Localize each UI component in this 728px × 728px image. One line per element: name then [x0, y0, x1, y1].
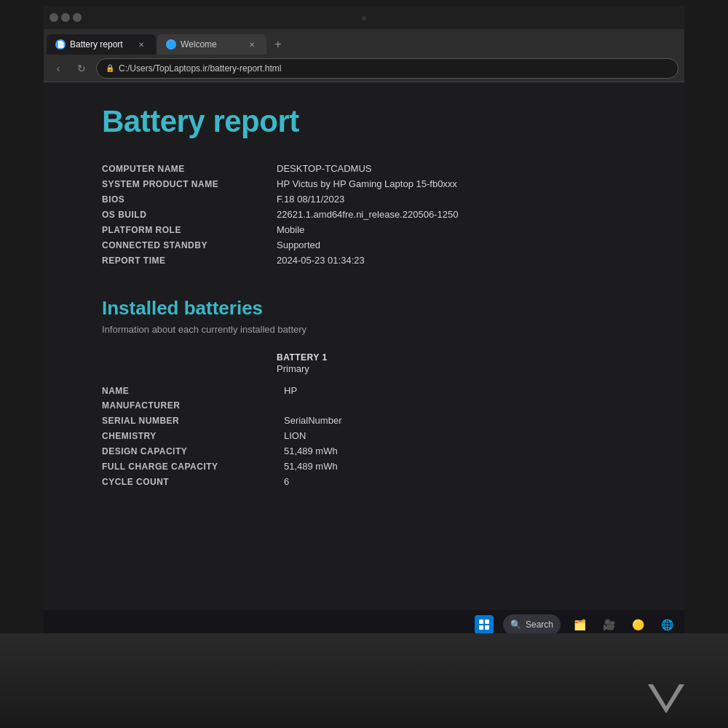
tab-close-welcome[interactable]: ✕ [246, 39, 258, 50]
minimize-btn[interactable] [61, 13, 70, 22]
battery-row-serial: SERIAL NUMBER SerialNumber [102, 413, 626, 428]
label-product-name: SYSTEM PRODUCT NAME [102, 179, 262, 189]
battery-row-design-capacity: DESIGN CAPACITY 51,489 mWh [102, 443, 626, 459]
label-computer-name: COMPUTER NAME [102, 164, 262, 174]
info-row-product-name: SYSTEM PRODUCT NAME HP Victus by HP Gami… [102, 176, 626, 191]
search-label: Search [526, 620, 553, 630]
url-bar[interactable]: 🔒 C:/Users/TopLaptops.ir/battery-report.… [96, 58, 678, 79]
battery-row-name: NAME HP [102, 383, 626, 398]
tab-label-battery: Battery report [70, 39, 123, 50]
battery-value-name: HP [277, 385, 297, 396]
lock-icon: 🔒 [106, 64, 114, 72]
laptop-frame: 📄 Battery report ✕ 🌐 Welcome ✕ + ‹ ↻ 🔒 C… [0, 0, 728, 728]
battery-label-chemistry: CHEMISTRY [102, 431, 277, 441]
value-bios: F.18 08/11/2023 [262, 194, 344, 205]
tab-battery-report[interactable]: 📄 Battery report ✕ [47, 34, 156, 55]
battery-col-sub: Primary [277, 363, 626, 374]
battery-value-full-charge: 51,489 mWh [277, 461, 338, 472]
value-computer-name: DESKTOP-TCADMUS [262, 163, 372, 174]
battery-label-cycle-count: CYCLE COUNT [102, 477, 277, 487]
tab-label-welcome: Welcome [181, 39, 217, 50]
victus-logo [644, 681, 688, 717]
taskbar-store-icon[interactable]: 🟡 [628, 614, 648, 635]
info-row-report-time: REPORT TIME 2024-05-23 01:34:23 [102, 253, 626, 268]
laptop-bottom-bezel [0, 633, 728, 728]
battery-label-full-charge: FULL CHARGE CAPACITY [102, 462, 277, 472]
battery-row-chemistry: CHEMISTRY LION [102, 428, 626, 443]
battery-data-col: BATTERY 1 Primary [277, 352, 626, 374]
taskbar-zoom-icon[interactable]: 🎥 [598, 614, 619, 635]
url-text: C:/Users/TopLaptops.ir/battery-report.ht… [119, 63, 281, 74]
battery-value-serial: SerialNumber [277, 415, 341, 426]
system-info-table: COMPUTER NAME DESKTOP-TCADMUS SYSTEM PRO… [102, 161, 626, 268]
section-subtitle-batteries: Information about each currently install… [102, 324, 626, 335]
installed-batteries-section: Installed batteries Information about ea… [102, 297, 626, 489]
new-tab-button[interactable]: + [268, 34, 288, 55]
battery-row-cycle-count: CYCLE COUNT 6 [102, 474, 626, 489]
close-btn[interactable] [50, 13, 58, 22]
section-title-batteries: Installed batteries [102, 297, 626, 320]
tab-icon-welcome: 🌐 [166, 39, 176, 50]
windows-logo-icon [479, 620, 489, 630]
battery-label-name: NAME [102, 386, 277, 396]
info-row-connected-standby: CONNECTED STANDBY Supported [102, 237, 626, 253]
value-connected-standby: Supported [262, 240, 320, 250]
info-row-computer-name: COMPUTER NAME DESKTOP-TCADMUS [102, 161, 626, 176]
battery-row-full-charge: FULL CHARGE CAPACITY 51,489 mWh [102, 459, 626, 474]
tab-close-battery[interactable]: ✕ [135, 39, 147, 50]
taskbar-files-icon[interactable]: 🗂️ [569, 614, 590, 635]
camera [362, 16, 366, 20]
label-platform-role: PLATFORM ROLE [102, 225, 262, 235]
back-button[interactable]: ‹ [50, 60, 67, 77]
battery-col-header: BATTERY 1 [277, 352, 626, 363]
browser-screen: 📄 Battery report ✕ 🌐 Welcome ✕ + ‹ ↻ 🔒 C… [44, 6, 684, 639]
maximize-btn[interactable] [73, 13, 82, 22]
tab-bar: 📄 Battery report ✕ 🌐 Welcome ✕ + [44, 29, 684, 55]
svg-marker-0 [648, 684, 684, 713]
info-row-bios: BIOS F.18 08/11/2023 [102, 191, 626, 207]
battery-row-manufacturer: MANUFACTURER [102, 398, 626, 413]
tab-welcome[interactable]: 🌐 Welcome ✕ [157, 34, 266, 55]
info-row-os-build: OS BUILD 22621.1.amd64fre.ni_release.220… [102, 207, 626, 222]
battery-value-cycle-count: 6 [277, 476, 289, 487]
taskbar-win-start[interactable] [474, 614, 494, 635]
tab-icon-battery: 📄 [55, 39, 66, 50]
battery-label-col [102, 352, 277, 374]
battery-value-design-capacity: 51,489 mWh [277, 446, 338, 456]
battery-label-design-capacity: DESIGN CAPACITY [102, 446, 277, 456]
taskbar-search[interactable]: 🔍 Search [503, 614, 561, 635]
label-bios: BIOS [102, 194, 262, 205]
battery-value-chemistry: LION [277, 430, 306, 441]
label-connected-standby: CONNECTED STANDBY [102, 240, 262, 250]
value-os-build: 22621.1.amd64fre.ni_release.220506-1250 [262, 209, 458, 220]
refresh-button[interactable]: ↻ [73, 60, 90, 77]
search-icon: 🔍 [510, 620, 521, 630]
page-title: Battery report [102, 104, 626, 139]
address-bar: ‹ ↻ 🔒 C:/Users/TopLaptops.ir/battery-rep… [44, 55, 684, 82]
battery-label-manufacturer: MANUFACTURER [102, 400, 277, 411]
battery-header: BATTERY 1 Primary [102, 352, 626, 374]
label-os-build: OS BUILD [102, 210, 262, 220]
window-controls [50, 13, 82, 22]
value-product-name: HP Victus by HP Gaming Laptop 15-fb0xxx [262, 178, 457, 189]
value-report-time: 2024-05-23 01:34:23 [262, 255, 365, 266]
info-row-platform-role: PLATFORM ROLE Mobile [102, 222, 626, 237]
battery-label-serial: SERIAL NUMBER [102, 416, 277, 426]
windows-start-button[interactable] [475, 615, 494, 634]
value-platform-role: Mobile [262, 224, 304, 235]
taskbar-edge-icon[interactable]: 🌐 [657, 614, 677, 635]
label-report-time: REPORT TIME [102, 256, 262, 266]
page-content: Battery report COMPUTER NAME DESKTOP-TCA… [44, 82, 684, 639]
